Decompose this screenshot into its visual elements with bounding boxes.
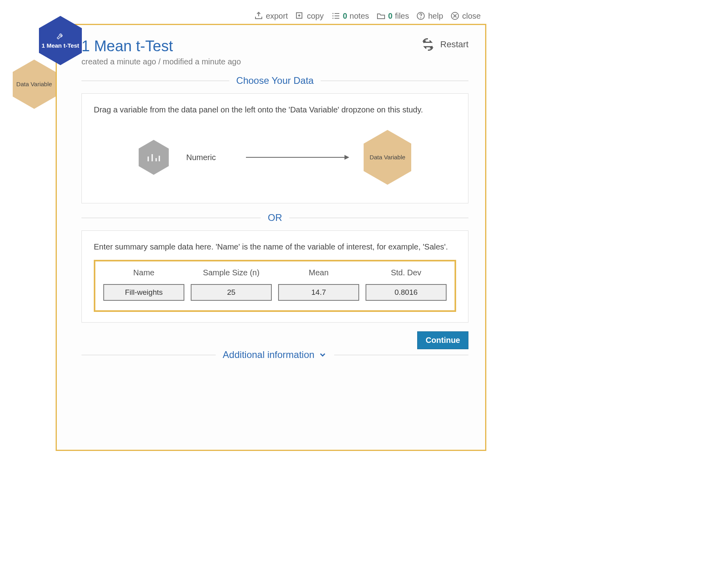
restart-icon xyxy=(421,38,435,51)
files-button[interactable]: 0files xyxy=(376,11,409,21)
name-field[interactable] xyxy=(103,284,184,301)
continue-button[interactable]: Continue xyxy=(417,331,468,349)
copy-icon xyxy=(295,11,304,21)
numeric-hex-icon[interactable] xyxy=(139,140,169,175)
close-label: close xyxy=(462,12,481,21)
page-subtitle: created a minute ago / modified a minute… xyxy=(81,57,241,66)
additional-label: Additional information xyxy=(223,349,315,360)
step-hex-data-variable[interactable]: Data Variable xyxy=(13,60,56,109)
svg-point-1 xyxy=(333,13,333,14)
copy-button[interactable]: copy xyxy=(295,11,323,21)
col-mean-label: Mean xyxy=(278,267,359,279)
restart-button[interactable]: Restart xyxy=(421,38,468,51)
notes-button[interactable]: 0notes xyxy=(331,11,369,21)
summary-input-row: Name Sample Size (n) Mean Std. Dev xyxy=(94,260,456,312)
drag-instruction: Drag a variable from the data panel on t… xyxy=(94,104,456,116)
svg-point-5 xyxy=(420,17,421,18)
svg-point-2 xyxy=(333,15,333,16)
folder-icon xyxy=(376,11,386,21)
help-button[interactable]: help xyxy=(416,11,443,21)
notes-count: 0 xyxy=(343,12,347,21)
main-panel: 1 Mean t-Test created a minute ago / mod… xyxy=(56,24,486,451)
col-stddev-label: Std. Dev xyxy=(366,267,447,279)
copy-label: copy xyxy=(307,12,323,21)
help-label: help xyxy=(428,12,443,21)
drag-card: Drag a variable from the data panel on t… xyxy=(81,93,468,203)
page-title: 1 Mean t-Test xyxy=(81,38,241,55)
step-hex-data-variable-label: Data Variable xyxy=(16,81,52,87)
export-button[interactable]: export xyxy=(254,11,288,21)
help-icon xyxy=(416,11,426,21)
section-or-label: OR xyxy=(268,212,282,223)
stddev-field[interactable] xyxy=(366,284,447,301)
additional-toggle[interactable]: Additional information xyxy=(223,349,327,360)
files-label: files xyxy=(395,12,409,21)
section-additional: Additional information xyxy=(81,349,468,360)
notes-icon xyxy=(331,11,341,21)
section-or: OR xyxy=(81,212,468,223)
step-hex-test-label: 1 Mean t-Test xyxy=(42,42,79,49)
sample-size-field[interactable] xyxy=(191,284,272,301)
top-toolbar: export copy 0notes 0files help close xyxy=(8,8,486,24)
col-sample-size-label: Sample Size (n) xyxy=(191,267,272,279)
bar-chart-icon xyxy=(147,152,161,163)
export-icon xyxy=(254,11,263,21)
restart-label: Restart xyxy=(440,39,468,50)
section-choose-data: Choose Your Data xyxy=(81,75,468,86)
summary-instruction: Enter summary sample data here. 'Name' i… xyxy=(94,241,456,253)
export-label: export xyxy=(266,12,288,21)
close-icon xyxy=(450,11,460,21)
close-button[interactable]: close xyxy=(450,11,481,21)
section-choose-data-label: Choose Your Data xyxy=(236,75,314,86)
summary-card: Enter summary sample data here. 'Name' i… xyxy=(81,230,468,323)
arrow-icon xyxy=(246,153,349,161)
notes-label: notes xyxy=(350,12,369,21)
chevron-down-icon xyxy=(318,350,327,359)
svg-marker-8 xyxy=(344,155,349,160)
mean-field[interactable] xyxy=(278,284,359,301)
wrench-icon xyxy=(56,32,65,41)
dropzone-data-variable[interactable]: Data Variable xyxy=(364,130,411,185)
files-count: 0 xyxy=(388,12,393,21)
numeric-label: Numeric xyxy=(186,152,216,163)
panel-header: 1 Mean t-Test created a minute ago / mod… xyxy=(81,38,468,66)
svg-point-3 xyxy=(333,18,333,19)
dropzone-label: Data Variable xyxy=(370,154,405,161)
col-name-label: Name xyxy=(103,267,184,279)
